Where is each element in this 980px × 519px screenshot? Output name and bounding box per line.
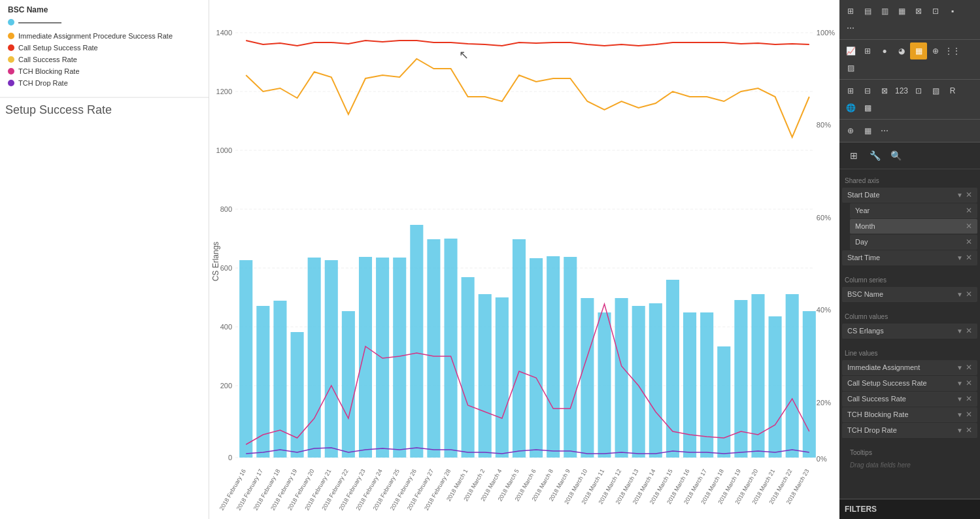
toolbar-icon-14[interactable]: ⊕ — [927, 42, 944, 59]
toolbar-icon-15[interactable]: ⋮⋮ — [944, 42, 961, 59]
cs-erlangs-label: CS Erlangs — [847, 327, 956, 335]
legend-call-success-label: Call Success Rate — [18, 56, 77, 63]
svg-rect-32 — [359, 257, 372, 458]
year-remove[interactable]: ✕ — [966, 206, 972, 215]
field-day[interactable]: Day ✕ — [850, 235, 977, 250]
svg-rect-57 — [786, 294, 799, 458]
field-month[interactable]: Month ✕ — [850, 219, 977, 234]
svg-rect-58 — [803, 311, 816, 458]
chart-area: 1400 1200 1000 800 600 400 200 0 100% 80… — [209, 0, 839, 519]
tooltips-section: Tooltips Drag data fields here — [839, 441, 980, 474]
call-success-dot — [8, 56, 14, 63]
legend-tch-blocking: TCH Blocking Rate — [8, 65, 201, 77]
bsc-item[interactable]: —————— — [0, 17, 209, 27]
svg-rect-36 — [427, 239, 440, 458]
tab-icon-paint[interactable]: 🔧 — [866, 146, 884, 165]
toolbar-icon-17[interactable]: ⊞ — [842, 82, 859, 99]
field-bsc-name[interactable]: BSC Name ▼ ✕ — [842, 287, 977, 302]
start-time-label: Start Time — [847, 254, 956, 261]
svg-rect-30 — [325, 260, 338, 458]
month-label: Month — [855, 222, 966, 230]
svg-text:60%: 60% — [817, 214, 831, 222]
toolbar-icon-13[interactable]: ▦ — [910, 42, 927, 59]
svg-text:1200: 1200 — [216, 88, 233, 95]
field-start-time[interactable]: Start Time ▼ ✕ — [842, 250, 977, 265]
call-success-rate-remove[interactable]: ✕ — [966, 394, 972, 403]
shared-axis-section: Shared axis Start Date ▼ ✕ Year ✕ Month … — [839, 169, 980, 269]
toolbar-icon-23[interactable]: R — [944, 82, 961, 99]
toolbar-icon-16[interactable]: ▨ — [842, 59, 859, 76]
toolbar-icon-12[interactable]: ◕ — [893, 42, 910, 59]
toolbar-icon-21[interactable]: ⊡ — [910, 82, 927, 99]
call-setup-success-remove[interactable]: ✕ — [966, 378, 972, 388]
start-date-remove[interactable]: ✕ — [966, 190, 972, 199]
toolbar-icon-18[interactable]: ⊟ — [859, 82, 876, 99]
toolbar-icon-9[interactable]: 📈 — [842, 42, 859, 59]
start-date-label: Start Date — [847, 191, 956, 199]
chart-svg: 1400 1200 1000 800 600 400 200 0 100% 80… — [209, 0, 839, 519]
left-panel: BSC Name —————— Immediate Assignment Pro… — [0, 0, 209, 519]
svg-rect-29 — [308, 258, 321, 458]
month-remove[interactable]: ✕ — [966, 222, 972, 231]
toolbar-icon-8[interactable]: ⋯ — [842, 20, 859, 37]
call-setup-success-arrow: ▼ — [956, 380, 963, 387]
field-start-date[interactable]: Start Date ▼ ✕ — [842, 188, 977, 203]
bsc-name-remove[interactable]: ✕ — [966, 290, 972, 299]
field-call-setup-success[interactable]: Call Setup Success Rate ▼ ✕ — [842, 376, 977, 391]
tab-icon-grid[interactable]: ⊞ — [845, 146, 863, 165]
day-label: Day — [855, 238, 966, 246]
toolbar-row-3: ⊞ ⊟ ⊠ 123 ⊡ ▧ R 🌐 ▩ — [839, 80, 980, 120]
toolbar-icon-27[interactable]: ▦ — [859, 122, 876, 139]
bsc-name-field-label: BSC Name — [847, 290, 956, 298]
toolbar-icon-10[interactable]: ⊞ — [859, 42, 876, 59]
cs-erlangs-remove[interactable]: ✕ — [966, 326, 972, 335]
toolbar-icon-2[interactable]: ▤ — [859, 3, 876, 20]
immediate-assignment-dot — [8, 33, 14, 39]
tab-icon-analytics[interactable]: 🔍 — [887, 146, 905, 165]
toolbar-icon-28[interactable]: ⋯ — [876, 122, 893, 139]
svg-rect-38 — [462, 277, 475, 458]
tch-drop-remove[interactable]: ✕ — [966, 426, 972, 435]
line-values-section: Line values Immediate Assignment ▼ ✕ Cal… — [839, 342, 980, 441]
toolbar-icon-1[interactable]: ⊞ — [842, 3, 859, 20]
svg-rect-53 — [717, 346, 730, 458]
field-year[interactable]: Year ✕ — [850, 203, 977, 218]
svg-text:600: 600 — [220, 264, 232, 272]
toolbar-icon-19[interactable]: ⊠ — [876, 82, 893, 99]
toolbar-icon-22[interactable]: ▧ — [927, 82, 944, 99]
toolbar-icon-5[interactable]: ⊠ — [910, 3, 927, 20]
tab-icons: ⊞ 🔧 🔍 — [839, 142, 980, 169]
immediate-assignment-arrow: ▼ — [956, 364, 963, 371]
toolbar-icon-24[interactable]: 🌐 — [842, 99, 859, 116]
svg-rect-35 — [410, 225, 423, 458]
tch-blocking-dot — [8, 68, 14, 75]
field-cs-erlangs[interactable]: CS Erlangs ▼ ✕ — [842, 324, 977, 339]
tch-drop-field-label: TCH Drop Rate — [847, 426, 956, 434]
svg-text:100%: 100% — [817, 29, 835, 37]
legend-call-success: Call Success Rate — [8, 54, 201, 65]
svg-rect-56 — [769, 316, 782, 458]
field-tch-blocking[interactable]: TCH Blocking Rate ▼ ✕ — [842, 407, 977, 422]
toolbar-icon-6[interactable]: ⊡ — [927, 3, 944, 20]
start-time-remove[interactable]: ✕ — [966, 253, 972, 262]
svg-rect-46 — [598, 312, 611, 458]
field-immediate-assignment[interactable]: Immediate Assignment ▼ ✕ — [842, 360, 977, 375]
toolbar-icon-20[interactable]: 123 — [893, 82, 910, 99]
toolbar-icon-11[interactable]: ● — [876, 42, 893, 59]
field-call-success-rate[interactable]: Call Success Rate ▼ ✕ — [842, 392, 977, 407]
svg-rect-51 — [683, 312, 696, 458]
immediate-assignment-remove[interactable]: ✕ — [966, 363, 972, 372]
toolbar-icon-4[interactable]: ▦ — [893, 3, 910, 20]
toolbar-icon-3[interactable]: ▥ — [876, 3, 893, 20]
toolbar-icon-25[interactable]: ▩ — [859, 99, 876, 116]
day-remove[interactable]: ✕ — [966, 237, 972, 246]
toolbar-icon-26[interactable]: ⊕ — [842, 122, 859, 139]
drag-hint: Drag data fields here — [845, 459, 975, 471]
field-tch-drop[interactable]: TCH Drop Rate ▼ ✕ — [842, 423, 977, 438]
filters-header: FILTERS — [839, 499, 980, 519]
svg-text:20%: 20% — [817, 399, 831, 407]
toolbar-icon-7[interactable]: ▪ — [944, 3, 961, 20]
svg-text:1400: 1400 — [216, 29, 233, 37]
start-date-arrow: ▼ — [956, 192, 963, 199]
tch-blocking-remove[interactable]: ✕ — [966, 410, 972, 419]
